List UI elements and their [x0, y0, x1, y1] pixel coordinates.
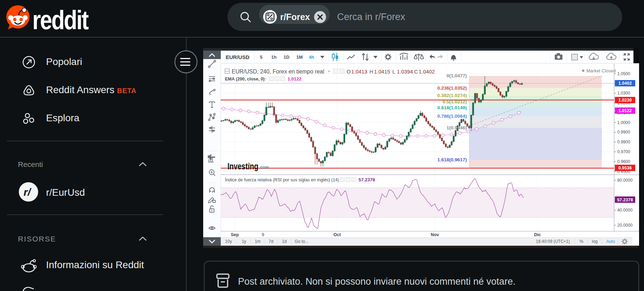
svg-text:Dic: Dic [534, 232, 541, 237]
svg-text:0.5(1.0212): 0.5(1.0212) [443, 99, 467, 104]
svg-text:1.0402: 1.0402 [419, 69, 435, 75]
svg-text:57.2378: 57.2378 [617, 198, 633, 202]
svg-text:Sep: Sep [231, 232, 239, 237]
svg-text:EUR/USD: EUR/USD [226, 54, 250, 60]
svg-text:1M: 1M [296, 54, 303, 60]
svg-text:1.0415: 1.0415 [374, 69, 390, 75]
svg-text:H: H [369, 69, 373, 75]
svg-text:10y: 10y [225, 239, 232, 244]
svg-text:0.236(1.0352): 0.236(1.0352) [437, 85, 467, 91]
svg-text:0.9700: 0.9700 [617, 149, 630, 154]
svg-text:1.0413: 1.0413 [351, 69, 367, 75]
svg-text:EMA (200, close, 0): EMA (200, close, 0) [225, 77, 265, 82]
svg-text:Oct: Oct [334, 232, 341, 237]
svg-text:Investing: Investing [227, 161, 258, 171]
svg-text:1.0122: 1.0122 [288, 76, 302, 82]
svg-text:1d: 1d [282, 239, 286, 244]
svg-text:Auto: Auto [606, 239, 615, 244]
svg-text:4h: 4h [309, 54, 314, 60]
svg-text:Índice de fuerza relativa (RSI: Índice de fuerza relativa (RSI por sus s… [225, 177, 339, 182]
svg-text:1y: 1y [242, 239, 246, 244]
svg-text:1.0300: 1.0300 [617, 91, 630, 96]
svg-text:.com: .com [259, 164, 269, 170]
svg-text:9: 9 [262, 232, 264, 237]
svg-text:1h: 1h [271, 54, 276, 60]
svg-text:Nov: Nov [431, 232, 439, 237]
svg-text:L: L [392, 69, 395, 75]
svg-text:57.2378: 57.2378 [359, 177, 375, 182]
svg-text:log: log [592, 239, 598, 244]
svg-text:80.0000: 80.0000 [617, 178, 633, 183]
svg-text:0.786(1.0064): 0.786(1.0064) [437, 114, 467, 119]
svg-text:0.9800: 0.9800 [617, 140, 630, 144]
svg-text:1.618(0.9617): 1.618(0.9617) [437, 157, 467, 162]
svg-text:Market Closed: Market Closed [586, 68, 616, 73]
svg-text:1(0.9946): 1(0.9946) [446, 125, 467, 130]
svg-text:1.0230: 1.0230 [618, 98, 632, 103]
svg-text:EUR/USD, 240, Forex en tiempo: EUR/USD, 240, Forex en tiempo real [232, 69, 324, 75]
svg-text:16:40:09 (UTC+1): 16:40:09 (UTC+1) [536, 239, 570, 244]
svg-text:1.0000: 1.0000 [617, 120, 630, 125]
svg-text:40.0000: 40.0000 [617, 208, 633, 213]
svg-text:7d: 7d [269, 239, 273, 244]
svg-text:r/: r/ [24, 186, 32, 198]
svg-text:0.9600: 0.9600 [617, 159, 630, 164]
svg-text:0.9536: 0.9536 [618, 166, 632, 170]
svg-text:1m: 1m [255, 239, 261, 244]
svg-text:1.0122: 1.0122 [618, 108, 632, 113]
svg-text:O: O [347, 69, 351, 75]
svg-text:1.0402: 1.0402 [618, 81, 632, 86]
svg-text:0.382(1.0274): 0.382(1.0274) [437, 93, 467, 98]
svg-text:5: 5 [260, 54, 262, 60]
svg-text:C: C [414, 69, 418, 75]
svg-text:Go to...: Go to... [295, 239, 308, 244]
svg-text:0.9900: 0.9900 [617, 130, 630, 135]
svg-text:20.0000: 20.0000 [617, 223, 633, 228]
svg-text:1.0500: 1.0500 [617, 71, 630, 76]
svg-text:%: % [580, 239, 584, 244]
svg-text:0(1.0477): 0(1.0477) [446, 73, 467, 78]
svg-text:1D: 1D [284, 54, 290, 60]
svg-text:1.0394: 1.0394 [397, 69, 413, 75]
svg-text:0.618(1.0149): 0.618(1.0149) [437, 105, 467, 110]
